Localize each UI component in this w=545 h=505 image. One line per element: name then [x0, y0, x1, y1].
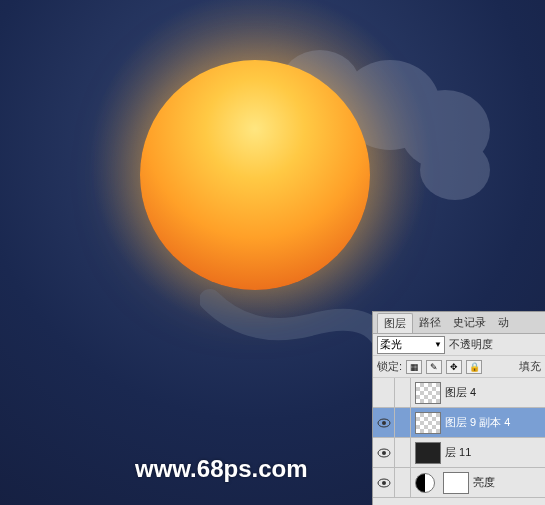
svg-point-3 [382, 451, 386, 455]
lock-paint-icon[interactable]: ✎ [426, 360, 442, 374]
visibility-toggle[interactable] [373, 438, 395, 467]
blend-row: 柔光 ▼ 不透明度 [373, 334, 545, 356]
layer-row[interactable]: 图层 4 [373, 378, 545, 408]
layer-thumbnail[interactable] [415, 442, 441, 464]
layer-name[interactable]: 亮度 [473, 475, 545, 490]
layer-name[interactable]: 图层 9 副本 4 [445, 415, 545, 430]
layers-panel: 图层 路径 史记录 动 柔光 ▼ 不透明度 锁定: ▦ ✎ ✥ 🔒 填充 图层 … [372, 311, 545, 505]
panel-tabs: 图层 路径 史记录 动 [373, 312, 545, 334]
chevron-down-icon: ▼ [434, 340, 442, 349]
fill-label: 填充 [519, 359, 541, 374]
watermark-text: www.68ps.com [135, 455, 308, 483]
lock-position-icon[interactable]: ✥ [446, 360, 462, 374]
link-col[interactable] [395, 408, 411, 437]
lock-row: 锁定: ▦ ✎ ✥ 🔒 填充 [373, 356, 545, 378]
link-col[interactable] [395, 468, 411, 497]
layer-thumbnail[interactable] [415, 382, 441, 404]
tab-layers[interactable]: 图层 [377, 313, 413, 333]
layer-row[interactable]: 图层 9 副本 4 [373, 408, 545, 438]
lock-label: 锁定: [377, 359, 402, 374]
visibility-toggle[interactable] [373, 468, 395, 497]
adjustment-icon[interactable] [415, 473, 435, 493]
tab-history[interactable]: 史记录 [447, 313, 492, 332]
layer-name[interactable]: 图层 4 [445, 385, 545, 400]
link-col[interactable] [395, 378, 411, 407]
visibility-toggle[interactable] [373, 408, 395, 437]
layer-name[interactable]: 层 11 [445, 445, 545, 460]
opacity-label: 不透明度 [449, 337, 493, 352]
svg-point-5 [382, 481, 386, 485]
layers-list: 图层 4 图层 9 副本 4 层 11 [373, 378, 545, 498]
sun-shape [140, 60, 370, 290]
layer-row[interactable]: 亮度 [373, 468, 545, 498]
layer-mask-thumbnail[interactable] [443, 472, 469, 494]
tab-paths[interactable]: 路径 [413, 313, 447, 332]
svg-point-1 [382, 421, 386, 425]
eye-icon [377, 418, 391, 428]
layer-row[interactable]: 层 11 [373, 438, 545, 468]
eye-icon [377, 448, 391, 458]
blend-mode-value: 柔光 [380, 337, 402, 352]
lock-all-icon[interactable]: 🔒 [466, 360, 482, 374]
tab-actions[interactable]: 动 [492, 313, 515, 332]
layer-thumbnail[interactable] [415, 412, 441, 434]
link-col[interactable] [395, 438, 411, 467]
blend-mode-select[interactable]: 柔光 ▼ [377, 336, 445, 354]
lock-transparency-icon[interactable]: ▦ [406, 360, 422, 374]
visibility-toggle[interactable] [373, 378, 395, 407]
eye-icon [377, 478, 391, 488]
